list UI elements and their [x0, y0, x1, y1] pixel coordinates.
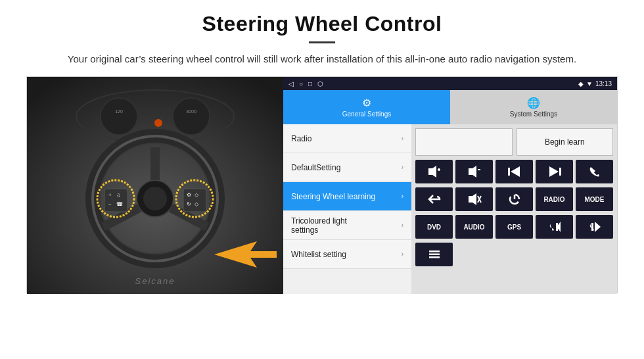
button-row-3: DVD AUDIO GPS: [415, 215, 613, 239]
tab-general-settings[interactable]: ⚙ General Settings: [283, 90, 450, 124]
call-prev-button[interactable]: [536, 215, 573, 239]
top-row: Begin learn: [415, 128, 613, 156]
vol-up-button[interactable]: [415, 160, 453, 183]
steering-wheel-container: 120 3000: [27, 77, 283, 294]
svg-rect-47: [429, 251, 440, 252]
menu-default-arrow: ›: [402, 164, 403, 171]
radio-button[interactable]: RADIO: [536, 187, 573, 211]
dvd-button[interactable]: DVD: [415, 215, 453, 239]
button-row-4: [415, 243, 613, 266]
button-row-1: [415, 160, 613, 183]
menu-default-label: DefaultSetting: [291, 163, 340, 172]
general-settings-icon: ⚙: [362, 97, 371, 109]
menu-default-setting[interactable]: DefaultSetting ›: [283, 153, 411, 182]
android-ui: ◁ ○ □ ⬡ ◆ ▼ 13:13 ⚙ General Settings: [283, 77, 617, 294]
menu-radio-arrow: ›: [402, 135, 403, 142]
svg-marker-37: [549, 166, 559, 177]
call-button[interactable]: [576, 160, 613, 183]
title-divider: [309, 41, 335, 43]
menu-radio[interactable]: Radio ›: [283, 124, 411, 153]
gps-button[interactable]: GPS: [495, 215, 533, 239]
status-bar: ◁ ○ □ ⬡ ◆ ▼ 13:13: [283, 77, 617, 90]
page-container: Steering Wheel Control Your original car…: [0, 0, 644, 300]
svg-text:♫: ♫: [116, 192, 120, 198]
radio-input-box: [415, 128, 513, 156]
menu-tricoloured[interactable]: Tricoloured lightsettings ›: [283, 211, 411, 240]
svg-marker-35: [511, 166, 520, 177]
page-title: Steering Wheel Control: [26, 12, 618, 36]
begin-learn-button[interactable]: Begin learn: [517, 128, 614, 156]
menu-steering-label: Steering Wheel learning: [291, 192, 375, 201]
mode-button[interactable]: MODE: [576, 187, 613, 211]
menu-steering-wheel[interactable]: Steering Wheel learning ›: [283, 182, 411, 211]
right-panel: Begin learn: [411, 124, 617, 294]
svg-text:↻: ↻: [187, 201, 191, 207]
button-row-2: RADIO MODE: [415, 187, 613, 211]
svg-text:120: 120: [115, 109, 123, 114]
next-track-button[interactable]: [536, 160, 573, 183]
svg-text:3000: 3000: [186, 109, 196, 114]
recents-nav-icon[interactable]: □: [308, 80, 312, 87]
back-button[interactable]: [415, 187, 453, 211]
svg-text:−: −: [108, 201, 112, 207]
svg-text:☎: ☎: [116, 201, 123, 207]
mute-button[interactable]: [455, 187, 493, 211]
svg-marker-32: [469, 166, 476, 178]
menu-tricoloured-label: Tricoloured lightsettings: [291, 216, 347, 235]
tab-system-settings[interactable]: 🌐 System Settings: [450, 90, 617, 124]
menu-whitelist-label: Whitelist setting: [291, 250, 346, 259]
svg-text:◇: ◇: [195, 192, 199, 198]
left-menu: Radio › DefaultSetting › Steering Wheel …: [283, 124, 411, 294]
car-image: 120 3000: [27, 77, 283, 294]
gps-icon: ◆: [578, 80, 584, 87]
status-bar-right: ◆ ▼ 13:13: [578, 80, 612, 87]
power-button[interactable]: [495, 187, 533, 211]
steering-wheel-svg: 120 3000: [27, 77, 283, 294]
svg-point-6: [154, 119, 162, 127]
status-bar-left: ◁ ○ □ ⬡: [288, 80, 323, 87]
svg-point-2: [101, 98, 137, 135]
tab-general-label: General Settings: [342, 110, 392, 118]
svg-marker-38: [469, 193, 476, 205]
svg-rect-48: [429, 254, 440, 256]
svg-marker-46: [595, 222, 601, 232]
svg-rect-49: [429, 256, 440, 258]
svg-point-3: [173, 98, 210, 135]
prev-track-button[interactable]: [495, 160, 533, 183]
system-settings-icon: 🌐: [527, 97, 540, 109]
clock: 13:13: [595, 80, 612, 87]
svg-rect-36: [559, 168, 561, 176]
svg-rect-34: [508, 168, 510, 176]
page-subtitle: Your original car’s steering wheel contr…: [59, 51, 585, 67]
menu-button[interactable]: [415, 243, 453, 266]
app-icon[interactable]: ⬡: [317, 80, 323, 87]
back-nav-icon[interactable]: ◁: [288, 80, 294, 87]
menu-radio-label: Radio: [291, 134, 311, 143]
vol-down-button[interactable]: [455, 160, 493, 183]
menu-whitelist-arrow: ›: [402, 251, 403, 258]
svg-text:◇: ◇: [195, 201, 199, 207]
menu-steering-arrow: ›: [402, 193, 403, 200]
svg-rect-45: [591, 223, 593, 231]
svg-text:Seicane: Seicane: [135, 276, 175, 286]
menu-whitelist[interactable]: Whitelist setting ›: [283, 240, 411, 269]
svg-point-11: [143, 187, 167, 210]
svg-text:⚙: ⚙: [187, 192, 191, 198]
call-next-button[interactable]: [576, 215, 613, 239]
title-section: Steering Wheel Control Your original car…: [26, 12, 618, 67]
svg-marker-29: [428, 166, 436, 178]
menu-tricoloured-arrow: ›: [402, 222, 403, 229]
tab-system-label: System Settings: [510, 110, 557, 118]
tab-bar: ⚙ General Settings 🌐 System Settings: [283, 90, 617, 124]
main-content: Radio › DefaultSetting › Steering Wheel …: [283, 124, 617, 294]
audio-button[interactable]: AUDIO: [455, 215, 493, 239]
home-nav-icon[interactable]: ○: [299, 80, 303, 87]
svg-text:+: +: [108, 192, 112, 198]
content-area: 120 3000: [26, 76, 618, 293]
signal-icon: ▼: [586, 80, 593, 87]
